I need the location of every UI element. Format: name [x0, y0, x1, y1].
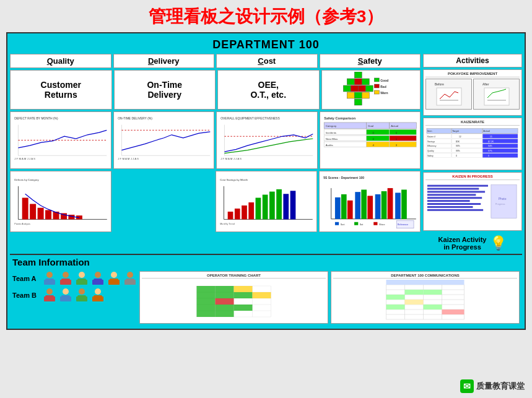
svg-text:Pareto Analysis: Pareto Analysis [14, 223, 30, 225]
svg-rect-196 [45, 295, 54, 301]
svg-rect-234 [234, 305, 253, 311]
svg-text:97%: 97% [488, 150, 492, 152]
svg-rect-2 [354, 79, 362, 85]
svg-text:12: 12 [459, 136, 461, 138]
svg-rect-198 [53, 296, 55, 301]
quality-line-svg: DEFECT RATE BY MONTH (%) J F M A M J J A… [11, 112, 111, 168]
person-icon-6 [123, 271, 137, 286]
svg-rect-163 [427, 197, 482, 199]
svg-text:Sort: Sort [341, 223, 345, 226]
svg-rect-208 [94, 295, 102, 301]
chart-delivery-empty [113, 171, 214, 232]
svg-text:Savings: Savings [427, 141, 435, 143]
svg-rect-95 [341, 194, 347, 219]
svg-text:5S Scores - Department 100: 5S Scores - Department 100 [323, 176, 364, 180]
svg-rect-1 [347, 79, 354, 85]
svg-text:Reference: Reference [398, 223, 408, 226]
svg-rect-98 [361, 189, 367, 218]
svg-rect-12 [374, 78, 379, 82]
svg-rect-210 [101, 296, 103, 301]
svg-text:DEFECT RATE BY MONTH (%): DEFECT RATE BY MONTH (%) [14, 117, 58, 120]
svg-rect-160 [427, 188, 479, 190]
kpi-safety: Good Bad Warn [321, 70, 421, 110]
svg-rect-96 [347, 201, 353, 219]
svg-point-187 [111, 272, 117, 278]
svg-text:Cost Savings by Month: Cost Savings by Month [220, 178, 248, 181]
svg-rect-168 [491, 185, 517, 218]
svg-text:Target: Target [452, 129, 460, 132]
svg-rect-193 [124, 280, 127, 285]
page-title: 管理看板之设计示例（参考3） [0, 0, 532, 32]
svg-text:J F M A M J J A S: J F M A M J J A S [14, 157, 35, 160]
svg-rect-189 [108, 280, 111, 285]
svg-rect-83 [256, 197, 261, 219]
svg-text:Efficiency: Efficiency [427, 145, 437, 148]
kaizen-rate-title: KAIZENRATE [425, 120, 520, 126]
bulb-icon: 💡 [490, 235, 507, 251]
svg-text:Progress: Progress [495, 202, 505, 205]
svg-rect-200 [61, 295, 70, 301]
svg-rect-177 [60, 280, 63, 285]
bottom-left: Team A [12, 271, 137, 324]
svg-rect-225 [234, 286, 253, 292]
kaizen-progress-svg: Photo Progress [425, 181, 520, 228]
svg-rect-251 [386, 280, 464, 285]
operator-training-card: OPERATOR TRAINING CHART [139, 271, 328, 324]
svg-text:Bad: Bad [380, 85, 386, 89]
svg-rect-188 [110, 279, 118, 285]
svg-point-191 [127, 272, 133, 278]
svg-rect-165 [427, 203, 481, 205]
svg-rect-226 [197, 292, 216, 298]
person-icon-3 [75, 271, 89, 286]
svg-rect-97 [355, 192, 360, 219]
svg-rect-235 [197, 311, 216, 317]
svg-rect-178 [69, 280, 71, 285]
svg-rect-204 [77, 295, 86, 301]
operator-training-title: OPERATOR TRAINING CHART [142, 274, 326, 279]
dept-comm-title: DEPARTMENT 100 COMMUNICATIONS [333, 274, 517, 279]
svg-rect-129 [451, 134, 482, 138]
team-a-row: Team A [12, 271, 137, 286]
svg-rect-209 [92, 296, 95, 301]
svg-rect-176 [61, 279, 70, 285]
svg-text:Near Miss: Near Miss [325, 137, 337, 141]
board-content: Quality Delivery Cost Safety CustomerRet… [10, 54, 522, 254]
svg-rect-16 [374, 90, 379, 94]
svg-text:J F M A M J J A S: J F M A M J J A S [220, 157, 242, 160]
page-wrapper: 管理看板之设计示例（参考3） DEPARTMENT 100 Quality De… [0, 0, 532, 398]
pokayoke-title: POKAYOKE IMPROVEMENT [425, 72, 520, 77]
svg-rect-190 [117, 280, 120, 285]
pokayoke-after-svg: After [481, 80, 512, 108]
svg-text:Audits: Audits [325, 144, 333, 147]
svg-rect-205 [76, 296, 79, 301]
svg-rect-79 [228, 212, 233, 219]
category-row: Quality Delivery Cost Safety [10, 54, 421, 68]
svg-point-203 [79, 288, 85, 295]
svg-rect-233 [216, 305, 234, 311]
dept-comm-card: DEPARTMENT 100 COMMUNICATIONS [331, 271, 520, 324]
svg-text:15: 15 [490, 136, 492, 138]
svg-point-199 [63, 288, 69, 295]
svg-rect-5 [351, 85, 358, 92]
svg-rect-236 [216, 311, 234, 317]
svg-rect-254 [386, 295, 405, 300]
pokayoke-after: After [473, 79, 520, 110]
svg-text:Item: Item [427, 129, 432, 132]
activities-header: Activities [423, 54, 522, 67]
cost-line-svg: OVERALL EQUIPMENT EFFECTIVENESS J F M A … [217, 112, 317, 168]
svg-rect-81 [242, 205, 247, 219]
dept-title: DEPARTMENT 100 [10, 36, 522, 54]
svg-rect-119 [484, 88, 509, 105]
svg-rect-174 [53, 280, 55, 285]
svg-rect-86 [276, 189, 282, 220]
svg-text:ON-TIME DELIVERY (%): ON-TIME DELIVERY (%) [118, 117, 152, 120]
svg-rect-229 [253, 292, 271, 298]
pokayoke-before-svg: Before [434, 80, 464, 108]
svg-text:Safety Comparison: Safety Comparison [324, 116, 355, 120]
svg-point-179 [79, 272, 85, 278]
person-icon-5 [107, 271, 121, 286]
svg-text:Actual: Actual [483, 129, 490, 132]
svg-rect-257 [424, 305, 442, 309]
svg-rect-161 [427, 191, 485, 193]
svg-rect-227 [216, 292, 234, 298]
